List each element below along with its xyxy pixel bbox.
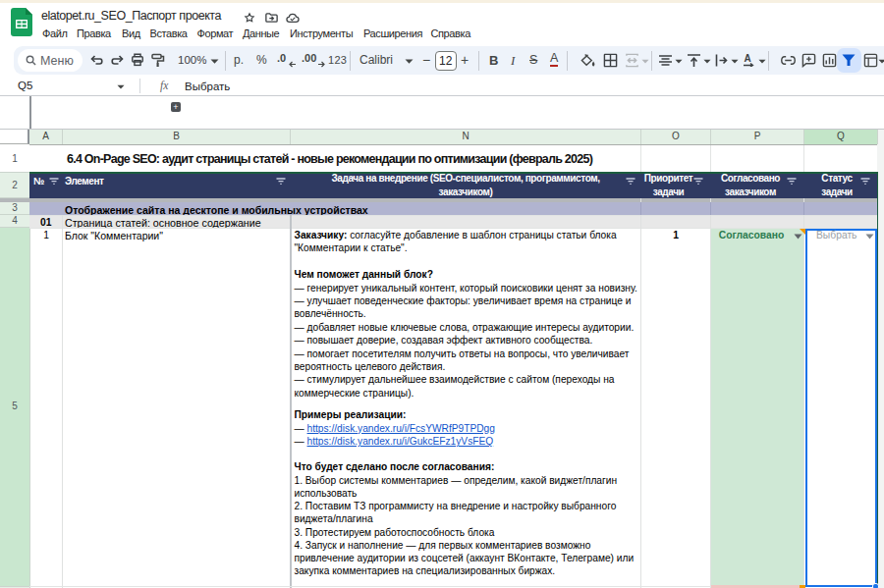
svg-text:A: A xyxy=(745,53,751,64)
